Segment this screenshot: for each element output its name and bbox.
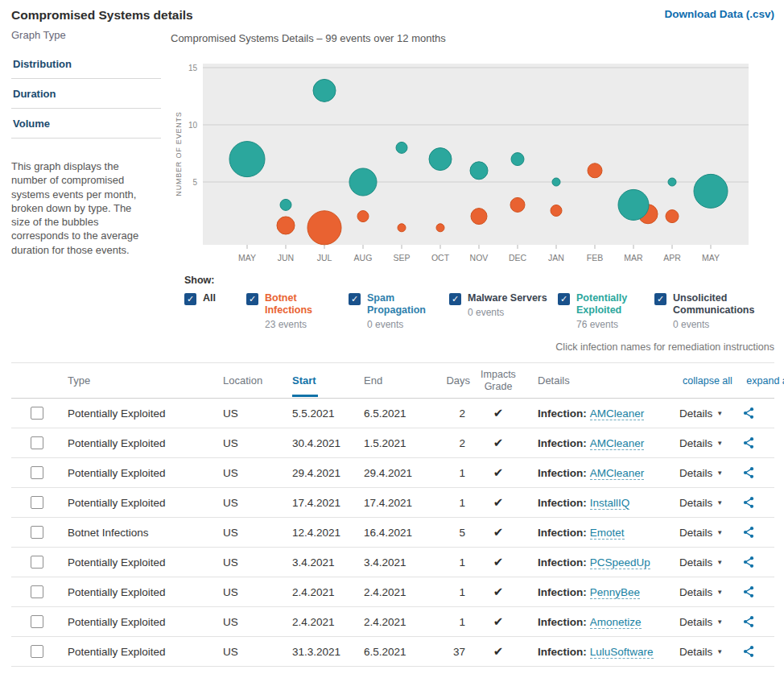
table-row: Potentially Exploited US 29.4.2021 29.4.… bbox=[11, 458, 774, 488]
share-icon[interactable] bbox=[742, 645, 755, 658]
legend-row: ✓ All ✓ Botnet Infections 23 events ✓ Sp… bbox=[184, 292, 774, 330]
infection-link[interactable]: Amonetize bbox=[590, 616, 642, 629]
legend-label[interactable]: All bbox=[203, 292, 224, 304]
details-toggle[interactable]: Details▼ bbox=[671, 586, 739, 598]
header-start[interactable]: Start bbox=[281, 364, 353, 397]
cell-details: Infection:LuluSoftware bbox=[526, 646, 671, 658]
infection-link[interactable]: AMCleaner bbox=[590, 437, 645, 450]
tab-distribution[interactable]: Distribution bbox=[11, 49, 161, 79]
legend-label[interactable]: Malware Servers bbox=[468, 292, 555, 304]
svg-text:FEB: FEB bbox=[587, 253, 603, 263]
cell-details: Infection:InstallIQ bbox=[526, 497, 671, 509]
details-toggle[interactable]: Details▼ bbox=[671, 556, 739, 569]
expand-all-link[interactable]: expand all bbox=[746, 375, 784, 387]
infection-link[interactable]: PCSpeedUp bbox=[590, 556, 650, 569]
legend-label[interactable]: Spam Propagation bbox=[367, 292, 449, 316]
row-checkbox[interactable] bbox=[31, 526, 43, 539]
infection-link[interactable]: LuluSoftware bbox=[590, 646, 654, 659]
svg-text:OCT: OCT bbox=[431, 253, 450, 263]
caret-down-icon: ▼ bbox=[716, 469, 723, 477]
infection-link[interactable]: PennyBee bbox=[590, 586, 640, 599]
infection-link[interactable]: AMCleaner bbox=[590, 467, 645, 480]
share-icon[interactable] bbox=[742, 496, 755, 509]
details-toggle[interactable]: Details▼ bbox=[671, 467, 739, 479]
main-area: Graph Type Distribution Duration Volume … bbox=[0, 23, 784, 353]
row-checkbox[interactable] bbox=[31, 645, 43, 658]
infection-link[interactable]: AMCleaner bbox=[590, 407, 645, 420]
details-toggle[interactable]: Details▼ bbox=[671, 646, 739, 658]
infection-link[interactable]: InstallIQ bbox=[590, 497, 630, 510]
legend-checkbox-checked[interactable]: ✓ bbox=[246, 293, 258, 305]
svg-text:APR: APR bbox=[663, 253, 681, 263]
legend-count: 23 events bbox=[265, 319, 349, 330]
cell-type: Potentially Exploited bbox=[56, 646, 212, 658]
impacts-grade-check-icon: ✔ bbox=[493, 465, 504, 479]
share-icon[interactable] bbox=[742, 466, 755, 479]
svg-text:JAN: JAN bbox=[548, 253, 564, 263]
legend-item: ✓ Spam Propagation 0 events bbox=[349, 292, 449, 330]
table-header-row: Type Location Start End Days Impacts Gra… bbox=[11, 363, 774, 399]
infection-link[interactable]: Emotet bbox=[590, 527, 625, 540]
legend-label[interactable]: Potentially Exploited bbox=[576, 292, 654, 316]
impacts-grade-check-icon: ✔ bbox=[493, 436, 504, 449]
row-checkbox[interactable] bbox=[31, 466, 43, 479]
cell-details: Infection:AMCleaner bbox=[526, 407, 671, 420]
cell-details: Infection:PennyBee bbox=[526, 586, 671, 598]
details-toggle[interactable]: Details▼ bbox=[671, 407, 739, 420]
legend-checkbox-checked[interactable]: ✓ bbox=[654, 293, 666, 305]
remediation-note: Click infection names for remediation in… bbox=[169, 341, 774, 353]
caret-down-icon: ▼ bbox=[716, 410, 723, 417]
infection-label: Infection: bbox=[538, 646, 587, 658]
legend-checkbox-checked[interactable]: ✓ bbox=[449, 293, 461, 305]
cell-end: 17.4.2021 bbox=[353, 497, 433, 509]
download-csv-link[interactable]: Download Data (.csv) bbox=[664, 8, 774, 20]
caret-down-icon: ▼ bbox=[716, 559, 723, 566]
cell-type: Potentially Exploited bbox=[56, 407, 212, 420]
svg-text:MAY: MAY bbox=[238, 253, 256, 263]
header-impacts-grade[interactable]: Impacts Grade bbox=[470, 369, 526, 392]
legend-label[interactable]: Unsolicited Communications bbox=[673, 292, 763, 316]
graph-type-label: Graph Type bbox=[11, 29, 161, 41]
share-icon[interactable] bbox=[742, 407, 755, 420]
cell-days: 1 bbox=[433, 497, 470, 509]
cell-share bbox=[739, 585, 774, 598]
row-checkbox[interactable] bbox=[31, 407, 43, 420]
row-checkbox[interactable] bbox=[31, 496, 43, 509]
legend-checkbox-checked[interactable]: ✓ bbox=[558, 293, 570, 305]
header-days[interactable]: Days bbox=[433, 374, 470, 387]
legend-item: ✓ Botnet Infections 23 events bbox=[246, 292, 349, 330]
row-checkbox[interactable] bbox=[31, 615, 43, 628]
header-location[interactable]: Location bbox=[212, 374, 281, 387]
legend-checkbox-checked[interactable]: ✓ bbox=[349, 293, 361, 305]
cell-location: US bbox=[212, 556, 281, 569]
details-toggle[interactable]: Details▼ bbox=[671, 437, 739, 449]
details-toggle[interactable]: Details▼ bbox=[671, 527, 739, 539]
share-icon[interactable] bbox=[742, 556, 755, 569]
cell-start: 3.4.2021 bbox=[281, 556, 353, 569]
details-toggle[interactable]: Details▼ bbox=[671, 616, 739, 628]
collapse-all-link[interactable]: collapse all bbox=[683, 375, 732, 387]
share-icon[interactable] bbox=[742, 526, 755, 539]
share-icon[interactable] bbox=[742, 436, 755, 449]
cell-start: 29.4.2021 bbox=[281, 467, 353, 479]
cell-share bbox=[739, 615, 774, 628]
header-type[interactable]: Type bbox=[56, 374, 212, 387]
share-icon[interactable] bbox=[742, 585, 755, 598]
row-checkbox[interactable] bbox=[31, 585, 43, 598]
legend-label[interactable]: Botnet Infections bbox=[265, 292, 349, 316]
tab-volume[interactable]: Volume bbox=[11, 109, 161, 139]
share-icon[interactable] bbox=[742, 615, 755, 628]
tab-duration[interactable]: Duration bbox=[11, 79, 161, 109]
bubble-chart[interactable]: 51015MAYJUNJULAUGSEPOCTNOVDECJANFEBMARAP… bbox=[169, 56, 763, 267]
row-checkbox[interactable] bbox=[31, 436, 43, 449]
caret-down-icon: ▼ bbox=[716, 618, 723, 626]
row-checkbox[interactable] bbox=[31, 556, 43, 569]
header-end[interactable]: End bbox=[353, 374, 433, 387]
cell-start: 17.4.2021 bbox=[281, 497, 353, 509]
header-start-label[interactable]: Start bbox=[292, 364, 318, 397]
events-table: Type Location Start End Days Impacts Gra… bbox=[11, 362, 774, 667]
legend-checkbox-checked[interactable]: ✓ bbox=[184, 293, 196, 305]
cell-location: US bbox=[212, 646, 281, 658]
details-toggle[interactable]: Details▼ bbox=[671, 497, 739, 509]
caret-down-icon: ▼ bbox=[716, 589, 723, 596]
